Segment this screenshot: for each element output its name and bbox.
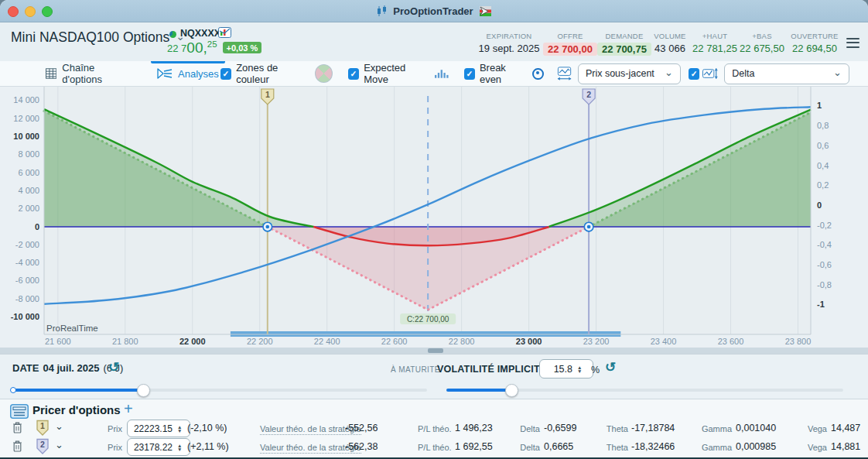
add-leg-button[interactable]: + (124, 400, 133, 418)
leg-price-input[interactable] (131, 441, 174, 454)
instrument-name: Mini NASDAQ100 Options (11, 29, 169, 46)
svg-text:21 600: 21 600 (45, 337, 71, 346)
x-axis-dropdown[interactable]: Prix sous-jacent ⌄ (578, 63, 681, 84)
pl-label: P/L théo. (418, 443, 452, 452)
theo-value: -552,56 (345, 423, 378, 433)
svg-text:22 600: 22 600 (381, 337, 408, 346)
y-series-checkbox[interactable]: ✓ (689, 68, 699, 80)
date-display: DATE 04 juil. 2025 (6 J) (12, 362, 123, 374)
tab-chaine-options[interactable]: Chaîne d'options (44, 61, 135, 86)
zones-couleur-control: ✓ Zones de couleur (220, 62, 333, 85)
svg-text:10 000: 10 000 (13, 132, 39, 141)
svg-text:-0,4: -0,4 (817, 240, 832, 249)
app-title: ProOptionTrader (393, 5, 473, 17)
svg-text:0: 0 (817, 200, 822, 210)
last-price: 22 700,25 +0,03 % (167, 40, 261, 55)
ask-pill: 22 700,75 (597, 43, 651, 56)
leg-price-pct: (+2,11 %) (187, 441, 229, 452)
instrument-selector[interactable]: Mini NASDAQ100 Options ⌄ (11, 29, 185, 46)
vega-value: 14,487 (831, 423, 860, 433)
leg-price-pct: (-2,10 %) (187, 423, 227, 433)
simulation-controls: DATE 04 juil. 2025 (6 J) ↺ À MATURITÉ VO… (0, 354, 868, 399)
vega-label: Vega (792, 424, 827, 433)
svg-text:23 800: 23 800 (785, 337, 812, 346)
menu-icon[interactable] (846, 38, 859, 50)
leg-price-input[interactable] (131, 423, 174, 435)
bid-pill: 22 700,00 (543, 43, 597, 56)
svg-text:-2 000: -2 000 (15, 240, 39, 249)
leg-badge-2[interactable]: 2 (36, 438, 50, 458)
break-even-control: ✓ Break even (464, 62, 544, 85)
svg-text:8 000: 8 000 (18, 149, 39, 159)
svg-text:4 000: 4 000 (18, 186, 39, 195)
svg-text:0,4: 0,4 (817, 161, 829, 170)
svg-text:23 600: 23 600 (718, 337, 744, 346)
svg-text:22 000: 22 000 (179, 337, 206, 346)
delta-label: Delta (507, 424, 540, 433)
payoff-delta-chart[interactable]: 12C:22 700,00ProRealTime14 00012 00010 0… (0, 87, 868, 354)
zones-couleur-checkbox[interactable]: ✓ (220, 68, 231, 80)
tab-analyses[interactable]: Analyses (155, 61, 220, 86)
svg-text:0,8: 0,8 (817, 121, 829, 130)
candlestick-icon (376, 5, 388, 17)
leg-expand-chevron-icon[interactable]: ⌄ (55, 439, 63, 450)
stepper-arrows-icon[interactable]: ▲▼ (177, 425, 182, 433)
stat-haut: +HAUT 22 781,25 (692, 32, 738, 54)
date-slider-handle[interactable] (137, 384, 150, 397)
volatility-slider-handle[interactable] (505, 384, 518, 397)
options-pricer: Pricer d'options + 1 ⌄ Prix (0, 399, 868, 457)
stepper-arrows-icon[interactable]: ▲▼ (577, 365, 582, 373)
svg-text:22 200: 22 200 (247, 337, 273, 346)
vega-label: Vega (792, 443, 827, 452)
svg-text:14 000: 14 000 (13, 95, 39, 104)
svg-text:-0,8: -0,8 (817, 280, 832, 289)
symbol-label: NQXXXX (180, 28, 220, 39)
y-axis-chart-icon[interactable] (702, 67, 718, 80)
svg-text:2 000: 2 000 (18, 204, 39, 213)
symbol-chart-icon[interactable] (218, 27, 231, 41)
break-even-checkbox[interactable]: ✓ (464, 68, 475, 80)
chevron-down-icon: ⌄ (665, 67, 673, 78)
date-reset-icon[interactable]: ↺ (108, 361, 119, 374)
svg-text:23 000: 23 000 (516, 337, 542, 346)
leg-price-stepper[interactable]: ▲▼ (127, 420, 190, 437)
y-axis-dropdown[interactable]: Delta ⌄ (724, 63, 849, 84)
delete-leg-icon[interactable] (12, 440, 22, 455)
x-axis-chart-icon[interactable] (556, 67, 572, 81)
svg-text:1: 1 (817, 101, 822, 110)
date-slider[interactable] (12, 384, 427, 396)
stat-ouverture: OUVERTURE 22 694,50 (784, 32, 845, 54)
delta-value: -0,6599 (544, 423, 576, 433)
volatility-label: VOLATILITÉ IMPLICITE (437, 364, 546, 375)
toolbar: Chaîne d'options Analyses ✓ Zones de cou… (0, 61, 868, 87)
volatility-reset-icon[interactable]: ↺ (605, 361, 616, 374)
expected-move-checkbox[interactable]: ✓ (348, 68, 359, 80)
svg-text:-6 000: -6 000 (15, 276, 39, 285)
stepper-arrows-icon[interactable]: ▲▼ (177, 444, 182, 451)
leg-badge-1[interactable]: 1 (36, 420, 50, 440)
svg-text:0: 0 (35, 222, 39, 231)
pl-value: 1 496,23 (455, 423, 493, 433)
svg-text:1: 1 (265, 90, 270, 99)
gamma-value: 0,000985 (736, 441, 776, 452)
theta-label: Theta (596, 424, 628, 433)
expected-move-control: ✓ Expected Move (348, 62, 449, 85)
svg-text:0,2: 0,2 (817, 180, 829, 190)
svg-text:21 800: 21 800 (112, 337, 138, 346)
option-chain-icon (46, 68, 56, 79)
delete-leg-icon[interactable] (12, 422, 22, 437)
volatility-slider[interactable] (446, 384, 843, 396)
leg-expand-chevron-icon[interactable]: ⌄ (55, 420, 63, 432)
volatility-input[interactable] (545, 363, 574, 375)
chevron-down-icon: ⌄ (833, 67, 842, 78)
svg-text:2: 2 (40, 440, 45, 449)
volatility-stepper[interactable]: ▲▼ (539, 359, 593, 379)
chart-scrollbar-handle (428, 348, 443, 353)
gamma-label: Gamma (696, 424, 732, 433)
svg-text:0,6: 0,6 (817, 141, 829, 150)
leg-price-stepper[interactable]: ▲▼ (127, 438, 190, 456)
svg-text:-0,6: -0,6 (817, 260, 832, 269)
svg-text:22 800: 22 800 (449, 337, 475, 346)
analysis-chart[interactable]: 12C:22 700,00ProRealTime14 00012 00010 0… (0, 87, 868, 354)
stat-volume: VOLUME 43 066 (648, 32, 692, 54)
